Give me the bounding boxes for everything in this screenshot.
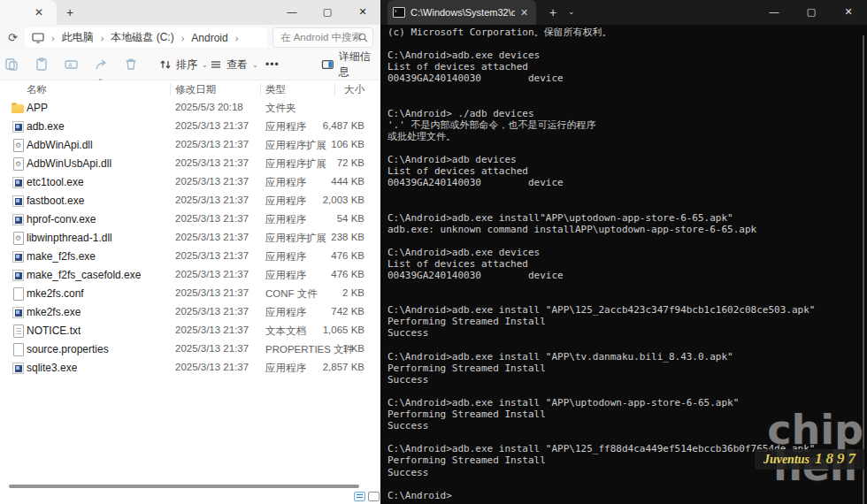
file-date: 2025/3/13 21:37 xyxy=(175,269,249,279)
column-header-size[interactable]: 大小 xyxy=(344,83,364,96)
chevron-right-icon: › xyxy=(51,33,55,43)
details-view-toggle-icon[interactable] xyxy=(354,492,365,501)
maximize-button[interactable]: ▢ xyxy=(793,0,830,25)
chevron-down-icon: ⌄ xyxy=(202,61,208,69)
file-size: 1,065 KB xyxy=(323,325,364,335)
dll-icon xyxy=(13,157,24,171)
file-size: 444 KB xyxy=(331,176,364,187)
file-row[interactable]: hprof-conv.exe2025/3/13 21:37应用程序54 KB xyxy=(0,210,380,229)
horizontal-scrollbar[interactable] xyxy=(9,485,359,488)
new-tab-button[interactable]: + xyxy=(62,4,78,20)
file-row[interactable]: make_f2fs.exe2025/3/13 21:37应用程序476 KB xyxy=(0,248,380,266)
exe-icon xyxy=(12,270,24,281)
chevron-right-icon: › xyxy=(181,33,185,43)
breadcrumb-android[interactable]: Android xyxy=(191,32,227,44)
file-date: 2025/3/13 21:37 xyxy=(175,176,249,187)
close-button[interactable]: ✕ xyxy=(345,0,380,25)
dll-icon xyxy=(13,232,24,245)
refresh-icon[interactable]: ⟳ xyxy=(5,30,20,45)
minimize-button[interactable]: — xyxy=(274,0,310,25)
close-button[interactable]: ✕ xyxy=(830,0,867,25)
sort-button[interactable]: 排序 ⌄ xyxy=(159,55,208,74)
breadcrumb-local-disk-c[interactable]: 本地磁盘 (C:) xyxy=(111,30,173,45)
column-header-type[interactable]: 类型 xyxy=(265,83,286,96)
file-name: mke2fs.conf xyxy=(27,287,84,300)
file-name: make_f2fs.exe xyxy=(27,250,96,263)
tab-dropdown-icon[interactable]: ⌄ xyxy=(568,7,575,16)
view-button[interactable]: 查看 ⌄ xyxy=(210,55,258,74)
maximize-button[interactable]: ▢ xyxy=(310,0,345,25)
file-date: 2025/3/13 21:37 xyxy=(175,362,249,372)
file-row[interactable]: etc1tool.exe2025/3/13 21:37应用程序444 KB xyxy=(0,173,380,192)
exe-icon xyxy=(12,195,24,207)
file-type: 应用程序扩展 xyxy=(265,139,326,152)
file-size: 106 KB xyxy=(331,139,364,149)
tab-close-icon[interactable]: ✕ xyxy=(520,7,528,19)
delete-icon[interactable] xyxy=(123,57,139,73)
file-row[interactable]: APP2025/5/3 20:18文件夹 xyxy=(0,99,380,118)
column-header-date[interactable]: 修改日期 xyxy=(175,83,216,96)
file-row[interactable]: NOTICE.txt2025/3/13 21:37文本文档1,065 KB xyxy=(0,322,380,340)
file-row[interactable]: AdbWinUsbApi.dll2025/3/13 21:37应用程序扩展72 … xyxy=(0,155,380,173)
file-date: 2025/3/13 21:37 xyxy=(175,250,249,261)
chevron-right-icon: › xyxy=(101,33,104,43)
column-headers: ⌃ 名称 修改日期 类型 大小 xyxy=(0,81,380,98)
column-header-name[interactable]: 名称 xyxy=(27,83,47,96)
explorer-nav-bar: ⟳ › 此电脑 › 本地磁盘 (C:) › Android › 在 Androi… xyxy=(0,25,380,50)
explorer-tab[interactable]: ✕ xyxy=(0,0,57,25)
file-size: 742 KB xyxy=(331,306,364,317)
search-icon xyxy=(358,33,368,42)
new-tab-button[interactable]: + xyxy=(545,4,561,20)
file-size: 72 KB xyxy=(337,157,364,168)
sort-ascending-icon: ⌃ xyxy=(97,78,104,86)
file-row[interactable]: adb.exe2025/3/13 21:37应用程序6,487 KB xyxy=(0,118,380,136)
copy-icon[interactable] xyxy=(4,57,19,73)
more-options-button[interactable]: ••• xyxy=(265,55,280,74)
file-date: 2025/3/13 21:37 xyxy=(175,139,249,149)
tab-close-icon[interactable]: ✕ xyxy=(32,5,46,19)
svg-text:A: A xyxy=(68,62,73,68)
terminal-scrollbar[interactable] xyxy=(863,35,864,504)
file-name: sqlite3.exe xyxy=(27,362,77,374)
sort-label: 排序 xyxy=(176,57,197,73)
details-pane-button[interactable]: 详细信息 xyxy=(321,55,380,74)
icons-view-toggle-icon[interactable] xyxy=(368,492,380,501)
rename-icon[interactable]: A xyxy=(64,57,80,73)
explorer-tab-bar: ✕ + — ▢ ✕ xyxy=(0,0,380,25)
file-type: 应用程序 xyxy=(265,176,306,189)
minimize-button[interactable]: — xyxy=(756,0,793,25)
cmd-icon xyxy=(393,7,405,18)
explorer-toolbar: A 排序 ⌄ 查看 ⌄ ••• 详细信息 xyxy=(0,50,380,80)
file-row[interactable]: sqlite3.exe2025/3/13 21:37应用程序2,857 KB xyxy=(0,359,380,378)
file-date: 2025/3/13 21:37 xyxy=(175,195,249,205)
terminal-tab[interactable]: C:\Windows\System32\cmd.ex ✕ xyxy=(387,0,536,25)
file-row[interactable]: make_f2fs_casefold.exe2025/3/13 21:37应用程… xyxy=(0,266,380,285)
file-size: 2 KB xyxy=(342,287,364,298)
share-icon[interactable] xyxy=(94,57,110,73)
search-placeholder: 在 Android 中搜索 xyxy=(280,32,362,42)
search-input[interactable]: 在 Android 中搜索 xyxy=(272,27,373,48)
view-label: 查看 xyxy=(226,57,248,73)
file-row[interactable]: source.properties2025/3/13 21:37PROPERTI… xyxy=(0,340,380,359)
dll-icon xyxy=(13,139,24,152)
paste-icon[interactable] xyxy=(34,57,50,73)
file-name: fastboot.exe xyxy=(27,195,84,207)
file-row[interactable]: fastboot.exe2025/3/13 21:37应用程序2,003 KB xyxy=(0,192,380,210)
file-size: 54 KB xyxy=(337,213,364,224)
file-type: 应用程序 xyxy=(265,120,306,134)
file-row[interactable]: AdbWinApi.dll2025/3/13 21:37应用程序扩展106 KB xyxy=(0,136,380,155)
file-name: etc1tool.exe xyxy=(27,176,84,188)
file-icon xyxy=(13,343,24,356)
file-type: PROPERTIES 文件 xyxy=(265,343,354,356)
file-name: NOTICE.txt xyxy=(27,325,81,337)
file-name: hprof-conv.exe xyxy=(27,213,96,225)
terminal-output[interactable]: (c) Microsoft Corporation。保留所有权利。 C:\And… xyxy=(387,27,815,501)
file-date: 2025/3/13 21:37 xyxy=(175,213,249,224)
file-row[interactable]: libwinpthread-1.dll2025/3/13 21:37应用程序扩展… xyxy=(0,229,380,248)
folder-icon xyxy=(12,104,24,113)
breadcrumb-this-pc[interactable]: 此电脑 xyxy=(62,30,94,45)
file-name: mke2fs.exe xyxy=(27,306,81,318)
file-row[interactable]: mke2fs.exe2025/3/13 21:37应用程序742 KB xyxy=(0,303,380,322)
file-row[interactable]: mke2fs.conf2025/3/13 21:37CONF 文件2 KB xyxy=(0,285,380,303)
chevron-right-icon: › xyxy=(235,33,239,43)
